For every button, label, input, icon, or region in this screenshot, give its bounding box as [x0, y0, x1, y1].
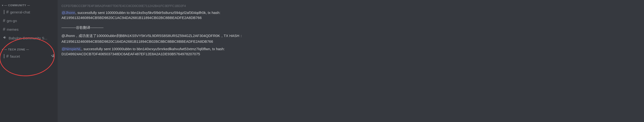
divider-text: ------------谷歌翻译----------- — [62, 25, 640, 30]
messages-list: CCFD7DBCCCBF7E4F385A2FA9077D07E4CC8CD0C0… — [58, 0, 644, 122]
add-user-icon[interactable] — [51, 54, 55, 58]
message-block-truncated: CCFD7DBCCCBF7E4F385A2FA9077D07E4CC8CD0C0… — [62, 4, 640, 8]
separator-bar — [4, 54, 4, 58]
channel-name-general-chat: general-chat — [10, 10, 30, 14]
chinese-line2: AE1956132460894CB5BD9820C164DA2681B11894… — [62, 39, 640, 44]
message-block-jhonn: @Jhonn, successfully sent 100000ubbn to … — [62, 10, 640, 20]
separator-bar — [4, 10, 4, 14]
community-label: COMMUNITY — [8, 4, 26, 7]
sidebar: ▾ — COMMUNITY — # general-chat # gm-gn #… — [0, 0, 58, 122]
sidebar-item-gm-gn[interactable]: # gm-gn — [1, 16, 57, 25]
channel-name-memes: memes — [7, 28, 18, 32]
hash-icon: # — [3, 27, 5, 32]
hash-icon: # — [3, 18, 5, 23]
truncated-hash-line: CCFD7DBCCCBF7E4F385A2FA9077D07E4CC8CD0C0… — [62, 4, 640, 8]
main-chat-area: CCFD7DBCCCBF7E4F385A2FA9077D07E4CC8CD0C0… — [58, 0, 644, 122]
sidebar-item-babylon-community[interactable]: Babylon Community S... — [1, 34, 57, 42]
mention-nimpienl[interactable]: @NimpieNL — [62, 47, 82, 51]
chevron-icon: ▾ — [2, 48, 3, 51]
techzone-section-header[interactable]: ▾ — TECH ZONE — — [0, 44, 58, 52]
sidebar-item-faucet[interactable]: # faucet — [1, 52, 57, 60]
channel-name-faucet: faucet — [10, 54, 20, 58]
chinese-line1: @Jhonn，成功发送了100000ubbn到BBN1KS5VY5KV5L9DR… — [62, 33, 640, 39]
message-jhonn-hash: AE1956132460894CB5BD9820C1AC94DA2681B118… — [62, 15, 640, 20]
message-jhonn-line1: @Jhonn, successfully sent 100000ubbn to … — [62, 10, 640, 15]
message-nimpienl-hash: D1D49924ACDCB7DF4065037348DC6AEAF487EF12… — [62, 52, 640, 56]
mention-jhonn[interactable]: @Jhonn — [62, 10, 76, 15]
hash-icon: # — [6, 10, 9, 15]
sidebar-item-general-chat[interactable]: # general-chat — [1, 8, 57, 16]
techzone-label: TECH ZONE — [8, 48, 25, 51]
channel-name-babylon: Babylon Community S... — [9, 36, 47, 40]
message-nimpienl-line1: @NimpieNL, successfully sent 100000ubbn … — [62, 46, 640, 52]
techzone-section: ▾ — TECH ZONE — # faucet — [0, 44, 58, 60]
message-block-chinese: @Jhonn，成功发送了100000ubbn到BBN1KS5VY5KV5L9DR… — [62, 33, 640, 44]
chevron-icon: ▾ — [2, 4, 3, 7]
community-section-header[interactable]: ▾ — COMMUNITY — — [0, 0, 58, 8]
message-jhonn-body: , successfully sent 100000ubbn to bbn1ks… — [76, 10, 220, 15]
sidebar-item-memes[interactable]: # memes — [1, 25, 57, 34]
message-nimpienl-body: , successfully sent 100000ubbn to bbn140… — [82, 47, 225, 51]
voice-icon — [3, 35, 7, 40]
channel-name-gm-gn: gm-gn — [7, 19, 17, 23]
message-block-nimpienl: @NimpieNL, successfully sent 100000ubbn … — [62, 46, 640, 56]
hash-icon: # — [6, 54, 9, 59]
